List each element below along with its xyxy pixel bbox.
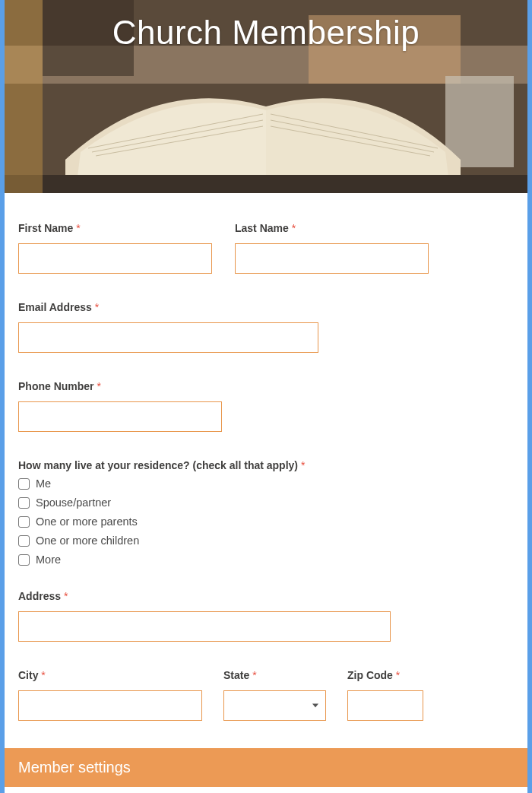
- svg-rect-11: [5, 175, 527, 193]
- state-select[interactable]: [223, 690, 326, 721]
- last-name-label: Last Name *: [235, 222, 429, 234]
- city-label: City *: [18, 669, 202, 681]
- address-input[interactable]: [18, 611, 391, 642]
- email-label: Email Address *: [18, 301, 318, 313]
- address-label: Address *: [18, 590, 391, 602]
- residence-option-label: One or more children: [36, 534, 139, 547]
- zip-input[interactable]: [347, 690, 423, 721]
- residence-option-label: More: [36, 554, 61, 566]
- residence-option: More: [18, 554, 514, 566]
- residence-option: One or more children: [18, 534, 514, 547]
- residence-option: Spouse/partner: [18, 496, 514, 509]
- email-input[interactable]: [18, 322, 318, 353]
- residence-option-label: One or more parents: [36, 515, 138, 528]
- residence-checkbox-0[interactable]: [18, 478, 30, 490]
- first-name-label: First Name *: [18, 222, 212, 234]
- residence-label: How many live at your residence? (check …: [18, 459, 514, 471]
- zip-label: Zip Code *: [347, 669, 423, 681]
- phone-input[interactable]: [18, 401, 222, 432]
- first-name-input[interactable]: [18, 243, 212, 274]
- svg-rect-4: [445, 76, 514, 167]
- member-settings-header: Member settings: [5, 748, 527, 787]
- city-input[interactable]: [18, 690, 202, 721]
- residence-checkbox-2[interactable]: [18, 516, 30, 528]
- last-name-input[interactable]: [235, 243, 429, 274]
- state-label: State *: [223, 669, 326, 681]
- residence-checkbox-4[interactable]: [18, 554, 30, 566]
- page-title: Church Membership: [5, 14, 527, 52]
- residence-checkbox-3[interactable]: [18, 535, 30, 547]
- residence-option: Me: [18, 477, 514, 490]
- phone-label: Phone Number *: [18, 380, 222, 392]
- hero-banner: Church Membership: [5, 0, 527, 193]
- residence-option-label: Me: [36, 477, 51, 490]
- residence-option-label: Spouse/partner: [36, 496, 111, 509]
- residence-checkbox-1[interactable]: [18, 497, 30, 509]
- residence-option: One or more parents: [18, 515, 514, 528]
